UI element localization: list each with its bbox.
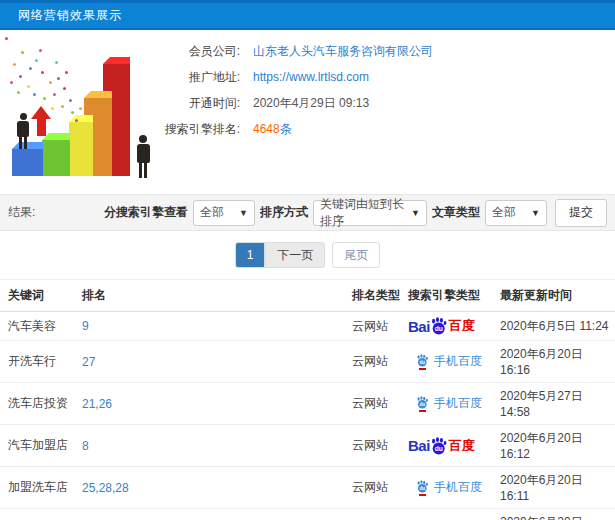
- rank-type-cell: 云网站: [352, 425, 408, 467]
- svg-text:du: du: [435, 325, 443, 332]
- engine-rank-value: 4648条: [253, 121, 292, 138]
- header-rank: 排名: [82, 280, 352, 312]
- engine-cell: Bai du 百度: [408, 425, 500, 467]
- result-label: 结果:: [8, 204, 35, 221]
- red-underline-decoration: [419, 494, 426, 496]
- bar-blue: [12, 149, 43, 176]
- updated-cell: 2020年5月27日 14:58: [500, 383, 615, 425]
- baidu-paw-icon: du: [416, 480, 429, 493]
- baidu-mobile-icon: du 手机百度: [416, 479, 482, 496]
- baidu-pc-logo-icon: Bai du 百度: [408, 437, 475, 455]
- rank-link[interactable]: 9: [82, 312, 352, 341]
- rank-link[interactable]: 25,28,28: [82, 467, 352, 509]
- engine-filter-select[interactable]: 全部▼: [193, 200, 255, 226]
- table-row: 洗车赚钱吗 30 云网站 du 手机百度: [0, 509, 615, 520]
- table-row: 汽车加盟店 8 云网站 Bai du 百度 2020年6月20日 16:12: [0, 425, 615, 467]
- hero-section: 会员公司: 山东老人头汽车服务咨询有限公司 推广地址: https://www.…: [0, 30, 615, 194]
- header-updated: 最新更新时间: [500, 280, 615, 312]
- table-row: 开洗车行 27 云网站 du 手机百度 2: [0, 341, 615, 383]
- promo-url-link[interactable]: https://www.lrtlsd.com: [253, 70, 369, 84]
- opened-time-label: 开通时间:: [148, 95, 240, 112]
- rank-type-cell: 云网站: [352, 312, 408, 341]
- baidu-pc-logo-icon: Bai du 百度: [408, 317, 475, 335]
- topbar: 网络营销效果展示: [0, 0, 615, 30]
- company-label: 会员公司:: [148, 43, 240, 60]
- article-type-select[interactable]: 全部▼: [485, 200, 547, 226]
- rank-link[interactable]: 8: [82, 425, 352, 467]
- rank-type-cell: 云网站: [352, 341, 408, 383]
- results-table: 关键词 排名 排名类型 搜索引擎类型 最新更新时间 汽车美容 9 云网站 Bai…: [0, 279, 615, 520]
- chevron-down-icon: ▼: [239, 208, 248, 218]
- updated-cell: 2020年6月20日 16:16: [500, 341, 615, 383]
- rank-link[interactable]: 30: [82, 509, 352, 520]
- promo-url-field: 推广地址: https://www.lrtlsd.com: [148, 64, 607, 90]
- keyword-cell: 汽车美容: [0, 312, 82, 341]
- header-rank-type: 排名类型: [352, 280, 408, 312]
- company-link[interactable]: 山东老人头汽车服务咨询有限公司: [253, 43, 433, 60]
- engine-rank-field: 搜索引擎排名: 4648条: [148, 116, 607, 142]
- company-field: 会员公司: 山东老人头汽车服务咨询有限公司: [148, 38, 607, 64]
- svg-text:du: du: [419, 401, 425, 406]
- businessman-figure-left: [15, 113, 31, 149]
- chevron-down-icon: ▼: [411, 208, 420, 218]
- engine-cell: du 手机百度: [408, 467, 500, 509]
- engine-cell: Bai du 百度: [408, 312, 500, 341]
- sort-filter-label: 排序方式: [260, 204, 308, 221]
- updated-cell: 2020年6月20日 16:12: [500, 425, 615, 467]
- baidu-paw-icon: du: [416, 396, 429, 409]
- header-engine-type: 搜索引擎类型: [408, 280, 500, 312]
- red-underline-decoration: [419, 410, 426, 412]
- table-row: 洗车店投资 21,26 云网站 du 手机百度: [0, 383, 615, 425]
- keyword-cell: 加盟洗车店: [0, 467, 82, 509]
- baidu-paw-icon: du: [416, 354, 429, 367]
- article-type-label: 文章类型: [432, 204, 480, 221]
- bar-green: [42, 140, 70, 176]
- confetti-decoration: [5, 37, 8, 40]
- svg-text:du: du: [419, 485, 425, 490]
- rank-link[interactable]: 21,26: [82, 383, 352, 425]
- filter-bar: 结果: 分搜索引擎查看 全部▼ 排序方式 关键词由短到长排序▼ 文章类型 全部▼…: [0, 194, 615, 231]
- table-body: 汽车美容 9 云网站 Bai du 百度 2020年6月5日 11:24 开洗车…: [0, 312, 615, 520]
- bar-yellow: [69, 122, 93, 176]
- engine-cell: du 手机百度: [408, 509, 500, 520]
- table-row: 加盟洗车店 25,28,28 云网站 du 手机百度: [0, 467, 615, 509]
- page-title: 网络营销效果展示: [18, 7, 122, 24]
- table-header-row: 关键词 排名 排名类型 搜索引擎类型 最新更新时间: [0, 280, 615, 312]
- engine-rank-label: 搜索引擎排名:: [148, 121, 240, 138]
- opened-time-value: 2020年4月29日 09:13: [253, 95, 369, 112]
- updated-cell: 2020年6月5日 11:24: [500, 312, 615, 341]
- svg-text:du: du: [435, 444, 443, 451]
- rank-type-cell: 云网站: [352, 467, 408, 509]
- updated-cell: 2020年6月20日 16:11: [500, 467, 615, 509]
- filter-controls: 分搜索引擎查看 全部▼ 排序方式 关键词由短到长排序▼ 文章类型 全部▼ 提交: [99, 199, 607, 227]
- keyword-cell: 汽车加盟店: [0, 425, 82, 467]
- up-arrow-icon: [30, 106, 52, 136]
- keyword-cell: 洗车赚钱吗: [0, 509, 82, 520]
- engine-filter-label: 分搜索引擎查看: [104, 204, 188, 221]
- page-next-button[interactable]: 下一页: [265, 242, 325, 268]
- rank-type-cell: 云网站: [352, 383, 408, 425]
- page-current[interactable]: 1: [235, 242, 266, 268]
- updated-cell: 2020年6月20日 16:12: [500, 509, 615, 520]
- red-underline-decoration: [419, 368, 426, 370]
- rank-link[interactable]: 27: [82, 341, 352, 383]
- sort-filter-select[interactable]: 关键词由短到长排序▼: [313, 200, 427, 226]
- baidu-paw-icon: du: [430, 437, 448, 455]
- page-last-button[interactable]: 尾页: [332, 242, 380, 268]
- businessman-figure-right: [134, 135, 152, 178]
- baidu-paw-icon: du: [430, 317, 448, 335]
- promo-url-label: 推广地址:: [148, 69, 240, 86]
- submit-button[interactable]: 提交: [555, 199, 607, 227]
- baidu-mobile-icon: du 手机百度: [416, 395, 482, 412]
- baidu-mobile-icon: du 手机百度: [416, 353, 482, 370]
- svg-text:du: du: [419, 359, 425, 364]
- chevron-down-icon: ▼: [531, 208, 540, 218]
- rank-unit: 条: [280, 122, 292, 136]
- account-info: 会员公司: 山东老人头汽车服务咨询有限公司 推广地址: https://www.…: [148, 38, 607, 142]
- keyword-cell: 开洗车行: [0, 341, 82, 383]
- header-keyword: 关键词: [0, 280, 82, 312]
- keyword-cell: 洗车店投资: [0, 383, 82, 425]
- rank-type-cell: 云网站: [352, 509, 408, 520]
- engine-cell: du 手机百度: [408, 341, 500, 383]
- engine-cell: du 手机百度: [408, 383, 500, 425]
